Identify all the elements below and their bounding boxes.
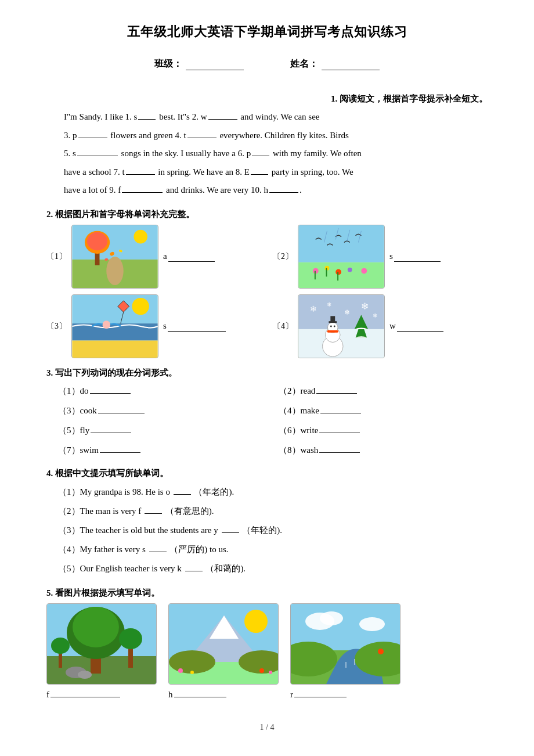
verb5-blank[interactable] [91,423,131,433]
svg-point-66 [178,668,183,673]
item4-label: w [389,321,445,332]
svg-point-58 [51,638,70,654]
item4-image: ❄ ❄ ❄ ❄ ❄ [298,294,385,358]
fill1-blank[interactable] [174,484,191,495]
blank-10[interactable] [269,182,298,193]
section-4: 4. 根据中文提示填写所缺单词。 （1）My grandpa is 98. He… [46,468,488,578]
svg-text:❄: ❄ [373,312,377,319]
passage-line1: I"m Sandy. I like 1. s best. It"s 2. w a… [46,108,488,127]
svg-point-69 [269,671,272,674]
verb-item-1: （1）do [58,382,267,399]
svg-point-42 [334,325,335,327]
section5-col-2: h [168,603,279,700]
page-title: 五年级北师大英语下学期单词拼写考点知识练习 [46,23,488,41]
item1-label: a [163,251,216,262]
section5-blank-3[interactable] [294,687,347,697]
blank-5[interactable] [77,146,118,156]
item4-blank[interactable] [397,321,443,332]
item1-image [71,225,158,289]
section5-blank-2[interactable] [174,687,226,697]
section1-passage: I"m Sandy. I like 1. s best. It"s 2. w a… [46,108,488,200]
svg-point-56 [119,628,142,649]
item3-blank[interactable] [168,321,226,332]
verb6-blank[interactable] [319,423,360,433]
page-footer: 1 / 4 [46,723,488,732]
blank-6[interactable] [252,146,269,156]
item3-image [71,294,158,358]
svg-point-18 [335,269,341,275]
blank-8[interactable] [251,164,268,175]
svg-rect-26 [72,340,157,357]
fill-item-4: （4）My father is very s （严厉的) to us. [58,540,488,559]
svg-point-68 [259,668,264,673]
svg-point-76 [359,617,385,631]
item3-label: s [163,321,227,332]
blank-3[interactable] [78,128,107,138]
blank-7[interactable] [126,164,155,175]
svg-point-77 [378,649,384,654]
passage-line2: 3. p flowers and green 4. t everywhere. … [46,127,488,145]
item3-answer: s [163,321,227,332]
svg-point-41 [330,325,332,327]
verb-item-3: （3）cook [58,402,267,419]
item1-number: 〔1〕 [46,251,67,262]
blank-1[interactable] [138,109,156,120]
section5-col-1: f [46,603,157,700]
svg-rect-25 [72,323,157,340]
verb3-blank[interactable] [98,403,145,413]
item2-blank[interactable] [394,251,441,262]
svg-point-64 [169,650,215,674]
svg-rect-11 [298,262,384,287]
passage-line4: have a school 7. t in spring. We have an… [46,163,488,182]
section3-title: 3. 写出下列动词的现在分词形式。 [46,368,488,379]
verb-item-7: （7）swim [58,441,267,459]
class-label: 班级： [154,58,244,70]
fill3-blank[interactable] [222,523,239,533]
blank-4[interactable] [187,128,217,138]
class-field[interactable] [186,59,244,70]
svg-point-54 [78,671,92,679]
item3-number: 〔3〕 [46,321,67,332]
verb7-blank[interactable] [100,442,140,453]
verb8-blank[interactable] [319,442,360,453]
item2-label: s [389,251,442,262]
fill5-blank[interactable] [185,561,203,571]
svg-rect-22 [326,268,327,276]
section2-grid: 〔1〕 [46,225,488,358]
section5-img-3 [290,603,400,685]
blank-2[interactable] [208,109,237,120]
svg-point-5 [87,232,107,250]
section5-title: 5. 看图片根据提示填写单词。 [46,588,488,599]
verb2-blank[interactable] [316,383,357,394]
verb4-blank[interactable] [320,403,361,413]
section1-title: 1. 阅读短文，根据首字母提示补全短文。 [46,93,488,105]
item2-image [298,225,385,289]
section5-col-3: r [290,603,400,700]
fill2-blank[interactable] [145,503,162,514]
svg-point-20 [361,268,367,273]
section-1: 1. 阅读短文，根据首字母提示补全短文。 I"m Sandy. I like 1… [46,93,488,200]
svg-text:❄: ❄ [344,309,350,316]
section5-blank-1[interactable] [50,687,120,697]
item4-number: 〔4〕 [273,321,293,332]
svg-rect-23 [337,272,338,280]
verb1-blank[interactable] [90,383,131,394]
section2-item-1: 〔1〕 [46,225,261,289]
blank-9[interactable] [122,182,163,193]
section5-answer-2: h [168,687,228,700]
svg-text:❄: ❄ [361,301,369,311]
item1-answer: a [163,251,216,262]
svg-point-67 [190,671,194,674]
name-field[interactable] [322,59,380,70]
svg-point-2 [106,257,123,285]
svg-text:❄: ❄ [327,301,331,307]
section-3: 3. 写出下列动词的现在分词形式。 （1）do （2）read （3）cook … [46,368,488,459]
svg-point-17 [325,265,330,270]
svg-rect-10 [298,225,384,262]
section5-img-1 [46,603,157,685]
section3-grid: （1）do （2）read （3）cook （4）make （5）fly （6）… [58,382,488,459]
item1-blank[interactable] [168,251,215,262]
svg-rect-49 [47,656,157,685]
svg-point-27 [132,297,149,314]
fill4-blank[interactable] [149,542,167,552]
